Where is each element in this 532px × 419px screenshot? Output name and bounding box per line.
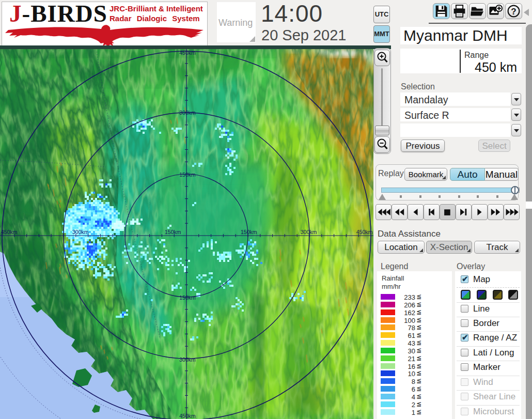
svg-text:450km: 450km	[179, 50, 196, 56]
svg-text:450km: 450km	[1, 229, 18, 235]
svg-text:300km: 300km	[72, 229, 89, 235]
svg-text:450km: 450km	[179, 413, 196, 419]
svg-text:300km: 300km	[179, 356, 196, 363]
svg-text:150km: 150km	[179, 172, 196, 178]
svg-text:?: ?	[511, 7, 516, 17]
svg-text:450km: 450km	[356, 229, 373, 235]
svg-text:300km: 300km	[301, 229, 317, 235]
svg-text:150km: 150km	[241, 229, 257, 235]
svg-text:150km: 150km	[179, 294, 196, 301]
svg-text:300km: 300km	[179, 110, 196, 116]
svg-text:150km: 150km	[165, 229, 181, 235]
